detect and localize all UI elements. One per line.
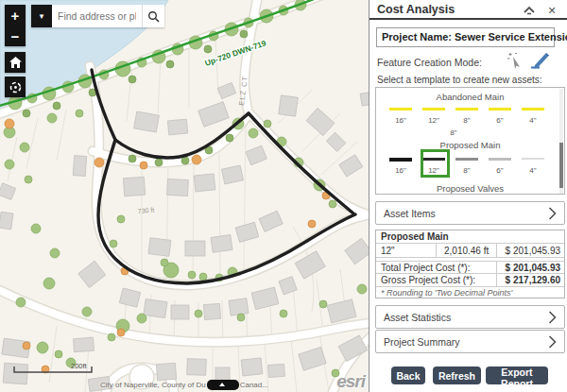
total-cost-row: Total Project Cost (*): $ 201,045.93 (376, 261, 564, 274)
panel-header: Cost Analysis ✕ (369, 0, 567, 20)
size-label: 12" (422, 116, 445, 125)
panel-title: Cost Analysis (377, 3, 455, 16)
rounding-note: * Rounding to 'Two Decimal Points' (376, 287, 564, 299)
size-label: 6" (489, 116, 511, 125)
cell-length: 2,010.46 ft (437, 244, 497, 257)
chevron-right-icon (548, 311, 557, 324)
basemap: Up-720 DWN-719 ELZ CT 730 ft 200ft (0, 0, 369, 392)
gross-cost-value: $ 217,129.60 (497, 274, 564, 286)
cell-size: 12" (376, 244, 437, 257)
proposed-main-heading: Proposed Main (376, 140, 564, 150)
magnifier-icon (147, 10, 160, 23)
map-attribution: City of Naperville, County of DuCanad... (0, 380, 369, 390)
select-template-label: Select a template to create new assets: (377, 75, 542, 85)
export-report-button[interactable]: Export Report (486, 366, 548, 384)
abandoned-main-heading: Abandoned Main (376, 92, 564, 102)
search-input[interactable] (52, 5, 142, 27)
size-label-wrapped[interactable]: 8" (442, 128, 465, 137)
size-label: 6" (489, 166, 511, 175)
size-label: 16" (389, 166, 412, 175)
home-icon (9, 57, 22, 68)
minus-icon: − (11, 28, 20, 44)
size-label: 4" (522, 166, 544, 175)
highlight-annotation (421, 149, 450, 178)
size-label: 4" (522, 116, 544, 125)
template-proposed-16[interactable] (389, 158, 412, 162)
collapse-icon[interactable] (523, 4, 536, 17)
table-group-header: Proposed Main (376, 230, 564, 244)
table-row: 12" 2,010.46 ft $ 201,045.93 (376, 244, 564, 258)
caret-down-icon: ▾ (40, 11, 44, 21)
chevron-right-icon (548, 335, 557, 349)
esri-logo: esri (336, 371, 365, 392)
select-wand-icon[interactable] (507, 52, 524, 70)
size-label: 16" (389, 116, 412, 125)
total-cost-label: Total Project Cost (*): (376, 262, 497, 273)
template-scrollbar-thumb[interactable] (559, 143, 563, 188)
asset-statistics-label: Asset Statistics (384, 312, 451, 323)
locate-icon (9, 80, 23, 94)
template-abandoned-6[interactable] (489, 108, 511, 111)
home-button[interactable] (5, 52, 26, 73)
scale-label: 200ft (71, 362, 88, 370)
feature-mode-label: Feature Creation Mode: (377, 57, 482, 68)
map-canvas[interactable]: Up-720 DWN-719 ELZ CT 730 ft 200ft ▾ (0, 0, 369, 392)
asset-statistics-section[interactable]: Asset Statistics (375, 305, 565, 329)
search-source-dropdown[interactable]: ▾ (31, 5, 52, 27)
cell-cost: $ 201,045.93 (497, 244, 564, 257)
project-name-box: Project Name: Sewer Service Extension (376, 27, 555, 47)
template-proposed-4[interactable] (522, 158, 544, 160)
total-cost-value: $ 201,045.93 (497, 262, 564, 273)
template-picker: Abandoned Main 16" 12" 8" 6" 4" 8" Propo… (375, 87, 565, 195)
project-name: Project Name: Sewer Service Extension (377, 28, 554, 46)
proposed-valves-heading: Proposed Valves (376, 183, 564, 194)
template-abandoned-16[interactable] (389, 108, 412, 111)
app-window: Up-720 DWN-719 ELZ CT 730 ft 200ft ▾ (0, 0, 567, 392)
size-label: 8" (455, 116, 478, 125)
project-summary-section[interactable]: Project Summary (375, 330, 565, 353)
template-abandoned-12[interactable] (422, 108, 445, 111)
chevron-right-icon (548, 207, 557, 220)
cost-analysis-panel: Cost Analysis ✕ Project Name: Sewer Serv… (369, 0, 567, 392)
attribution-pill[interactable] (207, 380, 239, 390)
size-label: 8" (455, 166, 478, 175)
template-proposed-8[interactable] (455, 158, 478, 161)
asset-items-section[interactable]: Asset Items (375, 201, 565, 225)
zoom-in-button[interactable]: + (5, 5, 26, 26)
gross-cost-label: Gross Project Cost (*): (376, 274, 497, 286)
project-summary-label: Project Summary (384, 336, 460, 348)
search-button[interactable] (142, 5, 164, 27)
cost-results-box: Proposed Main 12" 2,010.46 ft $ 201,045.… (375, 230, 565, 298)
zoom-out-button[interactable]: − (5, 26, 26, 46)
gross-cost-row: Gross Project Cost (*): $ 217,129.60 (376, 274, 564, 287)
close-icon[interactable]: ✕ (545, 4, 558, 17)
draw-pencil-icon[interactable] (530, 51, 550, 71)
back-button[interactable]: Back (391, 366, 425, 384)
asset-items-label: Asset Items (384, 208, 436, 219)
plus-icon: + (11, 8, 20, 24)
attribution-text-left: City of Naperville, County of Du (100, 381, 206, 389)
template-abandoned-8[interactable] (455, 108, 478, 111)
attribution-text-right: Canad... (240, 381, 268, 389)
template-abandoned-4[interactable] (522, 108, 544, 111)
search-widget: ▾ (31, 5, 164, 27)
template-proposed-6[interactable] (489, 158, 511, 161)
locate-button[interactable] (5, 77, 26, 97)
refresh-button[interactable]: Refresh (433, 366, 481, 384)
